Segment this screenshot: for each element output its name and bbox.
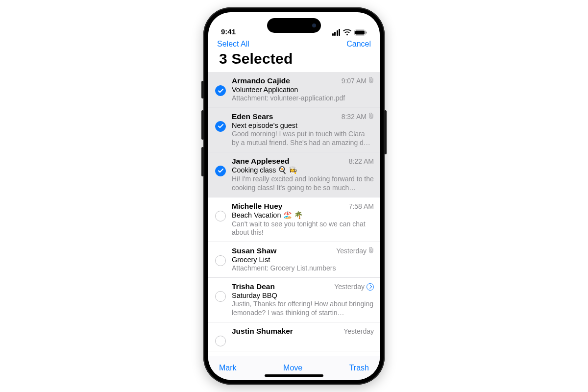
attachment-icon bbox=[368, 113, 374, 121]
battery-icon bbox=[354, 29, 367, 36]
message-preview: Attachment: volunteer-application.pdf bbox=[232, 94, 374, 103]
select-checkbox[interactable] bbox=[215, 166, 226, 176]
page-title: 3 Selected bbox=[208, 49, 380, 72]
message-time: 7:58 AM bbox=[349, 202, 374, 210]
select-checkbox[interactable] bbox=[215, 291, 226, 302]
sender-name: Eden Sears bbox=[232, 112, 273, 121]
message-subject: Grocery List bbox=[232, 256, 374, 264]
message-subject: Cooking class 🍳 👩‍🍳 bbox=[232, 166, 374, 174]
move-button[interactable]: Move bbox=[283, 364, 302, 372]
cellular-icon bbox=[332, 29, 341, 36]
mark-button[interactable]: Mark bbox=[219, 364, 237, 372]
message-row[interactable]: Justin ShumakerYesterday bbox=[208, 322, 380, 351]
message-row[interactable]: Jane Appleseed8:22 AMCooking class 🍳 👩‍🍳… bbox=[208, 152, 380, 197]
reply-indicator-icon bbox=[367, 283, 374, 291]
sender-name: Susan Shaw bbox=[232, 246, 276, 255]
message-subject: Next episode's guest bbox=[232, 122, 374, 129]
message-preview: Hi! I'm really excited and looking forwa… bbox=[232, 175, 374, 193]
message-subject: Volunteer Application bbox=[232, 86, 374, 94]
cancel-button[interactable]: Cancel bbox=[346, 40, 371, 49]
power-button bbox=[384, 110, 387, 154]
sender-name: Armando Cajide bbox=[232, 76, 290, 85]
message-preview: Good morning! I was put in touch with Cl… bbox=[232, 130, 374, 147]
message-time: 8:32 AM bbox=[342, 113, 374, 121]
attachment-icon bbox=[368, 77, 374, 85]
sender-name: Michelle Huey bbox=[232, 202, 282, 211]
select-checkbox[interactable] bbox=[215, 121, 226, 132]
status-time: 9:41 bbox=[221, 27, 236, 36]
message-preview: Can't wait to see you tonight so we can … bbox=[232, 220, 374, 238]
nav-bar: Select All Cancel bbox=[208, 37, 380, 49]
message-list[interactable]: Armando Cajide9:07 AMVolunteer Applicati… bbox=[208, 72, 380, 356]
sender-name: Justin Shumaker bbox=[232, 327, 293, 336]
message-preview: Attachment: Grocery List.numbers bbox=[232, 264, 374, 273]
volume-up bbox=[201, 110, 204, 140]
wifi-icon bbox=[343, 29, 351, 36]
message-row[interactable]: Michelle Huey7:58 AMBeach Vacation 🏖️ 🌴C… bbox=[208, 197, 380, 243]
message-row[interactable]: Eden Sears8:32 AMNext episode's guestGoo… bbox=[208, 108, 380, 152]
message-row[interactable]: Armando Cajide9:07 AMVolunteer Applicati… bbox=[208, 72, 380, 108]
home-indicator bbox=[265, 374, 323, 377]
mute-switch bbox=[201, 81, 204, 98]
select-checkbox[interactable] bbox=[215, 85, 226, 96]
phone-frame: 9:41 Select All Cancel 3 Selected Armand… bbox=[203, 7, 385, 385]
select-all-button[interactable]: Select All bbox=[217, 40, 249, 49]
sender-name: Trisha Dean bbox=[232, 282, 275, 291]
trash-button[interactable]: Trash bbox=[349, 364, 369, 372]
message-time: Yesterday bbox=[343, 327, 374, 335]
volume-down bbox=[201, 147, 204, 176]
message-time: 9:07 AM bbox=[342, 77, 374, 85]
message-row[interactable]: Trisha DeanYesterdaySaturday BBQJustin, … bbox=[208, 278, 380, 322]
dynamic-island bbox=[267, 18, 321, 33]
sender-name: Jane Appleseed bbox=[232, 157, 289, 166]
select-checkbox[interactable] bbox=[215, 211, 226, 221]
select-checkbox[interactable] bbox=[215, 255, 226, 266]
message-time: 8:22 AM bbox=[349, 157, 374, 165]
message-time: Yesterday bbox=[334, 283, 374, 291]
message-subject: Beach Vacation 🏖️ 🌴 bbox=[232, 211, 374, 220]
svg-rect-1 bbox=[355, 30, 365, 34]
message-time: Yesterday bbox=[336, 247, 374, 255]
svg-rect-2 bbox=[366, 31, 367, 33]
select-checkbox[interactable] bbox=[215, 336, 226, 346]
message-row[interactable]: Susan ShawYesterdayGrocery ListAttachmen… bbox=[208, 242, 380, 278]
message-preview: Justin, Thanks for offering! How about b… bbox=[232, 300, 374, 318]
message-subject: Saturday BBQ bbox=[232, 292, 374, 299]
attachment-icon bbox=[368, 247, 374, 255]
